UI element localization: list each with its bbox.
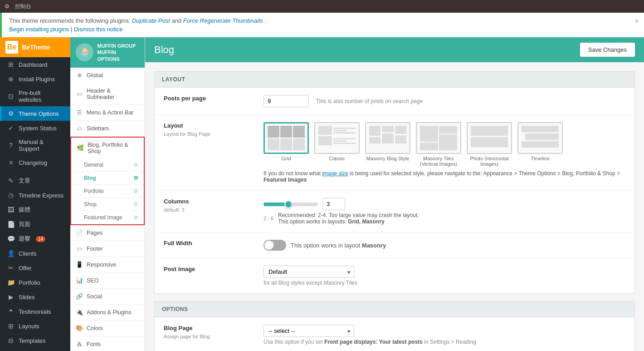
posts-per-page-input[interactable] <box>263 95 309 107</box>
sidebar-item-posts[interactable]: ✎ 文章 <box>0 173 70 188</box>
muffin-nav-sidebars[interactable]: ▭ Sidebars <box>70 121 145 137</box>
layout-option-masonry-tiles[interactable]: Masonry Tiles (Vertical Images) <box>416 122 461 167</box>
posts-icon: ✎ <box>7 177 15 185</box>
wp-admin-sidebar: Be BeTheme ⊞ Dashboard ⊕ Install Plugins… <box>0 37 70 351</box>
full-width-hint: This option works in layout Masonry <box>291 242 386 249</box>
pages-nav-icon: 📄 <box>76 229 83 237</box>
photo-layout-preview <box>469 124 510 152</box>
muffin-nav-addons[interactable]: 🔌 Addons & Plugins <box>70 305 145 321</box>
save-changes-button[interactable]: Save Changes <box>580 43 635 57</box>
manual-support-icon: ? <box>7 141 15 149</box>
options-section-header: OPTIONS <box>155 302 634 317</box>
notice-close-button[interactable]: × <box>634 17 639 25</box>
layout-option-photo-horizontal[interactable]: Photo (Horizontal Images) <box>467 122 512 167</box>
notice-link-force-regen[interactable]: Force Regenerate Thumbnails <box>183 17 263 24</box>
sidebar-item-timeline[interactable]: ◷ Timeline Express <box>0 188 70 203</box>
muffin-nav-fonts[interactable]: A Fonts <box>70 336 145 351</box>
muffin-sub-featured-image[interactable]: Featured Image ⚙ <box>71 211 144 224</box>
blog-page-select[interactable]: -- select -- <box>263 325 354 337</box>
layout-thumbnail-masonry-tiles <box>416 122 461 154</box>
blog-page-select-wrap: -- select -- <box>263 325 354 337</box>
muffin-logo-icon: 🧁 <box>76 43 93 61</box>
muffin-nav-global[interactable]: ⊕ Global <box>70 68 145 84</box>
post-image-select-wrap: Default Thumbnail Medium Large Full <box>263 266 354 278</box>
muffin-sub-general[interactable]: General ⚙ <box>71 158 144 172</box>
nav-item-label: Header & Subheader <box>87 88 139 100</box>
masonry-blog-preview <box>367 124 408 152</box>
muffin-nav-seo[interactable]: 📊 SEO <box>70 273 145 289</box>
sidebar-item-label: Dashboard <box>19 61 48 68</box>
muffin-nav-colors[interactable]: 🎨 Colors <box>70 321 145 336</box>
sidebar-item-system-status[interactable]: ✓ System Status <box>0 121 70 135</box>
layout-label: Layout Layout for Blog Page <box>164 122 254 137</box>
muffin-nav-social[interactable]: 🔗 Social <box>70 289 145 305</box>
sidebar-item-templates[interactable]: ⊟ Templates <box>0 333 70 348</box>
post-image-select[interactable]: Default Thumbnail Medium Large Full <box>263 266 354 278</box>
seo-icon: 📊 <box>76 277 83 284</box>
image-size-link[interactable]: image size <box>322 170 348 177</box>
nav-item-label: Menu & Action Bar <box>87 109 134 116</box>
wp-icon: ⚙ <box>5 3 10 10</box>
notice-dismiss[interactable]: Dismiss this notice <box>74 26 123 33</box>
muffin-logo-text: MUFFIN GROUP MUFFIN OPTIONS <box>97 43 139 62</box>
muffin-nav-pages[interactable]: 📄 Pages <box>70 225 145 241</box>
testimonials-icon: ❝ <box>7 307 15 316</box>
system-status-icon: ✓ <box>7 124 15 132</box>
sidebar-item-changelog[interactable]: ≡ Changelog <box>0 155 70 170</box>
sidebar-item-offer[interactable]: ✂ Offer <box>0 261 70 275</box>
muffin-sub-blog[interactable]: Blog ⚙ <box>71 172 144 185</box>
sidebar-item-install-plugins[interactable]: ⊕ Install Plugins <box>0 72 70 86</box>
sidebar-item-portfolio[interactable]: 📁 Portfolio <box>0 275 70 290</box>
pre-built-icon: ⊡ <box>7 92 15 100</box>
layout-option-timeline[interactable]: Timeline <box>517 122 563 167</box>
content-body: LAYOUT Posts per page This is also numbe… <box>145 62 644 351</box>
muffin-sub-portfolio[interactable]: Portfolio ⚙ <box>71 185 144 198</box>
sidebar-item-label: 媒體 <box>19 206 30 214</box>
sidebar-item-label: System Status <box>19 125 57 132</box>
layout-option-grid[interactable]: Grid <box>263 122 309 167</box>
muffin-nav-menu-action-bar[interactable]: ☰ Menu & Action Bar <box>70 105 145 121</box>
sidebar-item-clients[interactable]: 👤 Clients <box>0 246 70 261</box>
columns-slider-track[interactable] <box>263 203 318 206</box>
muffin-nav-responsive[interactable]: 📱 Responsive <box>70 257 145 273</box>
posts-per-page-label: Posts per page <box>164 95 254 103</box>
layout-thumbnail-classic <box>314 122 360 154</box>
slider-knob[interactable] <box>284 200 293 208</box>
layout-option-masonry-blog[interactable]: Masonry Blog Style <box>365 122 410 167</box>
sidebar-item-pre-built[interactable]: ⊡ Pre-built websites <box>0 86 70 106</box>
notice-link-duplicate-post[interactable]: Duplicate Post <box>132 17 170 24</box>
sidebar-item-label: Testimonials <box>19 308 51 315</box>
muffin-nav-blog-portfolio-shop[interactable]: 🌿 Blog, Portfolio & Shop <box>71 138 144 158</box>
sidebar-item-label: Templates <box>19 337 45 344</box>
layout-options: Grid <box>263 122 620 167</box>
pages-icon: 📄 <box>7 220 15 228</box>
muffin-nav-header[interactable]: ▭ Header & Subheader <box>70 84 145 105</box>
sidebar-item-label: Portfolio <box>19 279 40 286</box>
sidebar-item-manual-support[interactable]: ? Manual & Support <box>0 135 70 155</box>
post-image-row: Post Image Default Thumbnail Medium Larg… <box>155 258 634 293</box>
layout-thumbnail-photo-horizontal <box>467 122 512 154</box>
columns-value-input[interactable] <box>322 198 345 210</box>
sidebar-item-media[interactable]: 🖼 媒體 <box>0 203 70 217</box>
sidebar-item-pages[interactable]: 📄 頁面 <box>0 217 70 232</box>
layout-row: Layout Layout for Blog Page <box>155 115 634 191</box>
muffin-sub-shop[interactable]: Shop ⚙ <box>71 198 144 211</box>
slider-fill <box>263 203 285 206</box>
sidebar-item-contact-form[interactable]: ✉ 聯絡表單 <box>0 348 70 351</box>
sidebar-item-slides[interactable]: ▶ Slides <box>0 290 70 304</box>
posts-per-page-control: This is also number of posts on search p… <box>263 95 625 107</box>
layout-option-classic[interactable]: Classic <box>314 122 360 167</box>
nav-item-label: Sidebars <box>87 125 109 132</box>
addons-icon: 🔌 <box>76 309 83 316</box>
sidebar-item-testimonials[interactable]: ❝ Testimonials <box>0 304 70 319</box>
blog-page-control: -- select -- Use this option if you set … <box>263 325 625 345</box>
clients-icon: 👤 <box>7 249 15 257</box>
sidebar-item-layouts[interactable]: ⊞ Layouts <box>0 319 70 333</box>
sidebar-item-comments[interactable]: 💬 迴響 14 <box>0 232 70 246</box>
muffin-nav-footer[interactable]: ▭ Footer <box>70 241 145 257</box>
blog-portfolio-icon: 🌿 <box>77 144 84 152</box>
full-width-toggle[interactable]: OFF <box>263 240 286 251</box>
sidebar-item-theme-options[interactable]: ⚙ Theme Options <box>0 106 70 121</box>
sidebar-item-dashboard[interactable]: ⊞ Dashboard <box>0 57 70 72</box>
notice-install-plugins[interactable]: Begin installing plugins <box>9 26 69 33</box>
